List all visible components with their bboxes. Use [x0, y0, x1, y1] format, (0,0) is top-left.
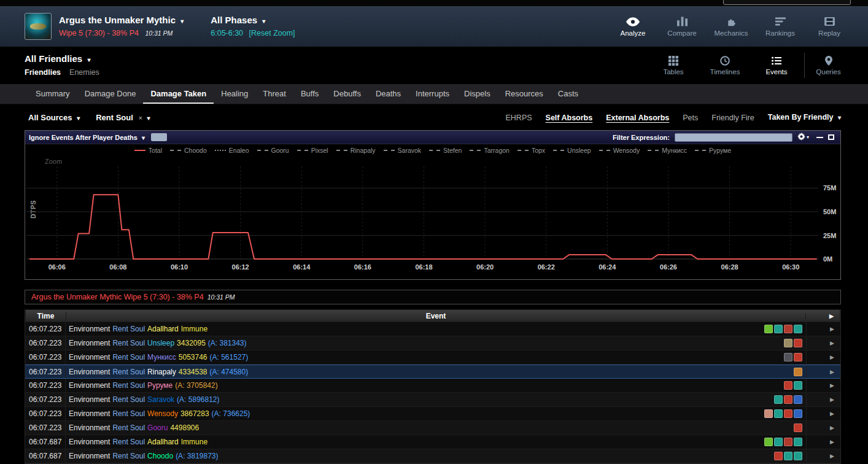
gear-icon	[797, 132, 805, 143]
filter-option-external-absorbs[interactable]: External Absorbs	[606, 114, 669, 122]
tab-buffs[interactable]: Buffs	[293, 84, 326, 104]
buff-icon	[794, 353, 802, 362]
event-row[interactable]: 06:07.687EnvironmentRent SoulChoodo(A: 3…	[25, 449, 840, 463]
taken-by-dropdown[interactable]: Taken By Friendly ▾	[768, 113, 841, 122]
event-segment: (A: 381343)	[208, 339, 247, 347]
tab-threat[interactable]: Threat	[255, 84, 293, 104]
legend-item-rinapaly[interactable]: Rinapaly	[336, 147, 376, 154]
viewnav-events[interactable]: Events	[753, 53, 800, 78]
tab-healing[interactable]: Healing	[214, 84, 255, 104]
event-time: 06:07.687	[25, 449, 66, 463]
close-icon[interactable]: ×	[138, 114, 142, 122]
viewnav-timelines[interactable]: Timelines	[701, 53, 749, 78]
maximize-chart-button[interactable]	[828, 134, 834, 140]
ignore-deaths-label: Ignore Events After Player Deaths	[29, 134, 138, 141]
buff-icon	[784, 452, 792, 460]
filter-option-pets[interactable]: Pets	[683, 114, 698, 122]
legend-item-enaleo[interactable]: Enaleo	[215, 147, 249, 154]
buff-icon	[764, 325, 773, 333]
nav-label: Queries	[816, 68, 840, 75]
legend-item-tarragon[interactable]: Tarragon	[470, 147, 509, 154]
event-time: 06:07.223	[25, 407, 66, 420]
legend-item-wensody[interactable]: Wensody	[599, 147, 640, 154]
tab-casts[interactable]: Casts	[551, 84, 586, 104]
legend-item-total[interactable]: Total	[134, 147, 162, 154]
tab-damage-done[interactable]: Damage Done	[77, 84, 144, 104]
event-row[interactable]: 06:07.223EnvironmentRent SoulGooru449890…	[25, 421, 840, 435]
dtps-line-chart[interactable]: 0M25M50M75M06:0606:0806:1006:1206:1406:1…	[25, 144, 840, 279]
nav-mechanics[interactable]: Mechanics	[708, 14, 754, 39]
tab-debuffs[interactable]: Debuffs	[326, 84, 368, 104]
expand-row-arrow[interactable]: ▶	[806, 421, 840, 435]
filter-option-friendly-fire[interactable]: Friendly Fire	[711, 114, 754, 122]
viewnav-queries[interactable]: Queries	[804, 53, 852, 78]
legend-item-мункисс[interactable]: Мункисс	[648, 147, 687, 154]
buff-icon	[764, 438, 773, 446]
expand-row-arrow[interactable]: ▶	[806, 407, 840, 420]
legend-item-gooru[interactable]: Gooru	[257, 147, 289, 154]
event-row[interactable]: 06:07.223EnvironmentRent SoulUnsleep3432…	[25, 336, 840, 350]
nav-analyze[interactable]: Analyze	[610, 14, 656, 39]
events-title: Argus the Unmaker Mythic Wipe 5 (7:30) -…	[31, 293, 204, 301]
event-segment: Gooru	[147, 423, 168, 432]
tab-damage-taken[interactable]: Damage Taken	[143, 84, 214, 104]
minimize-chart-button[interactable]	[816, 137, 823, 138]
legend-item-руруме[interactable]: Руруме	[695, 147, 731, 154]
chevron-down-icon: ▾	[147, 115, 150, 122]
buff-icon	[774, 438, 783, 446]
tab-summary[interactable]: Summary	[28, 84, 77, 104]
chevron-down-icon: ▾	[262, 18, 265, 25]
viewnav-tables[interactable]: Tables	[649, 53, 697, 78]
tab-dispels[interactable]: Dispels	[457, 84, 498, 104]
nav-rankings[interactable]: Rankings	[758, 14, 803, 39]
event-row[interactable]: 06:07.687EnvironmentRent SoulAdallhardIm…	[25, 435, 840, 449]
legend-item-pixsel[interactable]: Pixsel	[297, 147, 328, 154]
expand-row-arrow[interactable]: ▶	[806, 379, 840, 392]
subtab-enemies[interactable]: Enemies	[69, 68, 99, 77]
tab-resources[interactable]: Resources	[498, 84, 551, 104]
event-row[interactable]: 06:07.223EnvironmentRent SoulRinapaly433…	[25, 365, 840, 379]
filter-option-ehrps[interactable]: EHRPS	[505, 114, 532, 122]
expand-row-arrow[interactable]: ▶	[806, 336, 840, 350]
legend-item-unsleep[interactable]: Unsleep	[553, 147, 591, 154]
subtab-friendlies[interactable]: Friendlies	[25, 68, 61, 77]
event-row[interactable]: 06:07.223EnvironmentRent SoulМункисс5053…	[25, 350, 840, 365]
cropped-search-box[interactable]	[723, 0, 851, 5]
phase-selector[interactable]: All Phases ▾ 6:05-6:30 [Reset Zoom]	[211, 15, 295, 38]
expand-row-arrow[interactable]: ▶	[806, 449, 840, 463]
event-segment: Unsleep	[147, 339, 174, 347]
source-filter-dropdown[interactable]: All Sources ▾	[28, 113, 80, 122]
nav-replay[interactable]: Replay	[807, 14, 852, 39]
chart-settings-button[interactable]: ▾	[797, 132, 809, 143]
reset-zoom-link[interactable]: [Reset Zoom]	[249, 29, 295, 37]
filter-expression-input[interactable]	[675, 133, 792, 142]
expand-row-arrow[interactable]: ▶	[806, 350, 840, 364]
expand-row-arrow[interactable]: ▶	[806, 435, 840, 449]
chevron-down-icon: ▾	[807, 134, 809, 140]
svg-text:06:24: 06:24	[599, 263, 616, 271]
friendlies-selector[interactable]: All Friendlies ▾ FriendliesEnemies	[25, 53, 108, 77]
event-row[interactable]: 06:07.223EnvironmentRent SoulWensody3867…	[25, 407, 840, 421]
nav-label: Compare	[667, 29, 696, 37]
tab-interrupts[interactable]: Interrupts	[408, 84, 457, 104]
event-buff-icons	[784, 339, 802, 347]
ability-filter-dropdown[interactable]: Rent Soul × ▾	[96, 113, 150, 122]
ignore-deaths-toggle[interactable]	[151, 133, 167, 141]
legend-item-stefen[interactable]: Stefen	[429, 147, 462, 154]
legend-line-sample	[553, 150, 564, 151]
legend-item-topx[interactable]: Topx	[517, 147, 545, 154]
tab-deaths[interactable]: Deaths	[368, 84, 408, 104]
expand-row-arrow[interactable]: ▶	[806, 365, 840, 378]
legend-item-choodo[interactable]: Choodo	[170, 147, 207, 154]
event-row[interactable]: 06:07.223EnvironmentRent SoulAdallhardIm…	[25, 322, 840, 336]
expand-row-arrow[interactable]: ▶	[806, 322, 840, 336]
nav-compare[interactable]: Compare	[659, 14, 705, 39]
buff-icon	[774, 452, 783, 460]
legend-item-saravok[interactable]: Saravok	[384, 147, 422, 154]
expand-row-arrow[interactable]: ▶	[806, 393, 840, 406]
fight-selector[interactable]: Argus the Unmaker Mythic ▾ Wipe 5 (7:30)…	[59, 15, 184, 38]
event-row[interactable]: 06:07.223EnvironmentRent SoulSaravok(A: …	[25, 393, 840, 407]
ignore-deaths-dropdown[interactable]: Ignore Events After Player Deaths ▾	[29, 134, 145, 141]
filter-option-self-absorbs[interactable]: Self Absorbs	[546, 114, 593, 122]
event-row[interactable]: 06:07.223EnvironmentRent SoulРуруме(A: 3…	[25, 379, 840, 393]
